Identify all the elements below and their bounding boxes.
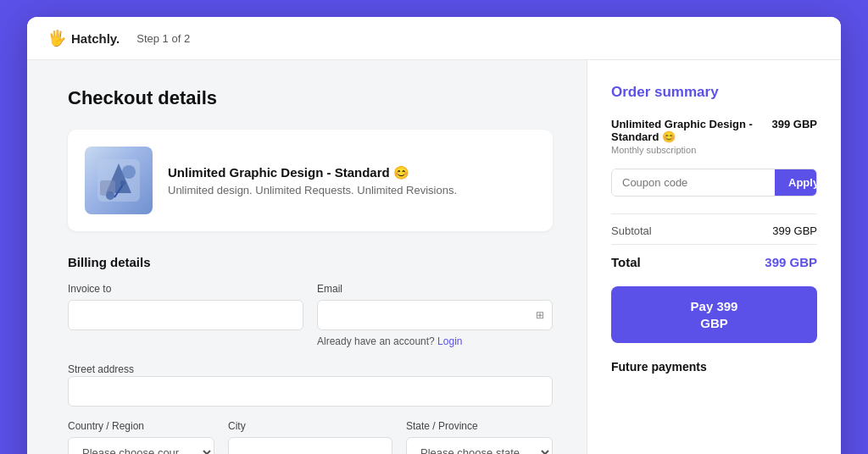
coupon-row: Apply xyxy=(611,169,817,197)
checkout-title: Checkout details xyxy=(68,87,553,109)
city-input[interactable] xyxy=(228,437,392,454)
subtotal-value: 399 GBP xyxy=(772,224,817,237)
order-item-name: Unlimited Graphic Design - Standard 😊 xyxy=(611,118,762,143)
email-group: Email ⊞ Already have an account? Login xyxy=(317,283,553,347)
product-card: Unlimited Graphic Design - Standard 😊 Un… xyxy=(68,130,553,231)
pay-button[interactable]: Pay 399GBP xyxy=(611,286,817,343)
street-input[interactable] xyxy=(68,376,553,407)
invoice-input[interactable] xyxy=(68,300,303,330)
logo: 🖐 Hatchly. xyxy=(47,29,120,47)
total-value: 399 GBP xyxy=(765,255,817,269)
order-item-info: Unlimited Graphic Design - Standard 😊 Mo… xyxy=(611,118,762,155)
subtotal-row: Subtotal 399 GBP xyxy=(611,224,817,237)
email-label: Email xyxy=(317,283,553,295)
subtotal-label: Subtotal xyxy=(611,224,652,237)
product-image xyxy=(85,147,153,214)
login-link[interactable]: Login xyxy=(437,335,462,347)
total-label: Total xyxy=(611,255,641,269)
location-row: Country / Region Please choose cour City… xyxy=(68,420,553,454)
email-input[interactable] xyxy=(317,300,553,330)
logo-icon: 🖐 xyxy=(47,29,66,47)
left-panel: Checkout details xyxy=(27,60,587,454)
right-panel: Order summary Unlimited Graphic Design -… xyxy=(587,60,841,454)
email-icon: ⊞ xyxy=(536,309,544,321)
product-name: Unlimited Graphic Design - Standard 😊 xyxy=(168,165,536,180)
logo-name: Hatchly. xyxy=(71,31,120,46)
email-wrapper: ⊞ xyxy=(317,300,553,330)
invoice-label: Invoice to xyxy=(68,283,303,295)
product-description: Unlimited design. Unlimited Requests. Un… xyxy=(168,184,536,197)
step-indicator: Step 1 of 2 xyxy=(136,32,190,45)
order-item-price: 399 GBP xyxy=(772,118,817,130)
svg-point-4 xyxy=(106,191,114,200)
order-item-sub: Monthly subscription xyxy=(611,145,762,155)
app-window: 🖐 Hatchly. Step 1 of 2 Checkout details xyxy=(27,17,841,454)
state-label: State / Province xyxy=(406,420,553,432)
order-item: Unlimited Graphic Design - Standard 😊 Mo… xyxy=(611,118,817,155)
billing-title: Billing details xyxy=(68,255,553,269)
country-select[interactable]: Please choose cour xyxy=(68,437,214,454)
city-group: City xyxy=(228,420,392,454)
product-info: Unlimited Graphic Design - Standard 😊 Un… xyxy=(168,165,536,197)
divider xyxy=(611,213,817,214)
invoice-group: Invoice to xyxy=(68,283,303,347)
coupon-input[interactable] xyxy=(612,169,775,196)
billing-section: Billing details Invoice to Email ⊞ Alr xyxy=(68,255,553,454)
svg-point-6 xyxy=(120,180,125,185)
svg-point-2 xyxy=(122,165,136,179)
state-select[interactable]: Please choose state xyxy=(406,437,553,454)
street-group: Street address xyxy=(68,361,553,407)
country-group: Country / Region Please choose cour xyxy=(68,420,214,454)
login-hint: Already have an account? Login xyxy=(317,335,553,347)
main-content: Checkout details xyxy=(27,60,841,454)
state-group: State / Province Please choose state xyxy=(406,420,553,454)
city-label: City xyxy=(228,420,392,432)
apply-button[interactable]: Apply xyxy=(775,169,817,196)
order-summary-title: Order summary xyxy=(611,84,817,101)
invoice-email-row: Invoice to Email ⊞ Already have an accou… xyxy=(68,283,553,347)
header: 🖐 Hatchly. Step 1 of 2 xyxy=(27,17,841,60)
country-label: Country / Region xyxy=(68,420,214,432)
total-row: Total 399 GBP xyxy=(611,255,817,269)
divider-2 xyxy=(611,244,817,245)
street-label: Street address xyxy=(68,363,134,375)
future-payments-title: Future payments xyxy=(611,360,817,374)
